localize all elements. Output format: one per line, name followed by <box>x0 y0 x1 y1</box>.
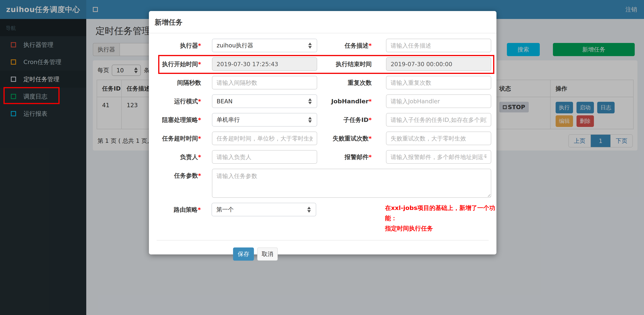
task-desc-label: 任务描述* <box>328 39 372 52</box>
route-strategy-value: 第一个 <box>216 206 234 214</box>
start-time-input[interactable] <box>212 57 317 71</box>
form-row-owner-email: 负责人* 报警邮件* <box>157 150 496 164</box>
feature-note-line2: 指定时间执行任务 <box>385 223 496 233</box>
form-row-executor-desc: 执行器* zuihou执行器 任务描述* <box>157 39 496 52</box>
required-star: * <box>198 172 201 179</box>
jobhandler-input[interactable] <box>386 94 491 108</box>
child-task-id-label: 子任务ID* <box>328 113 372 127</box>
form-row-timeout-retry: 任务超时时间* 失败重试次数* <box>157 132 496 145</box>
cancel-button[interactable]: 取消 <box>257 247 278 261</box>
block-strategy-select[interactable]: 单机串行 <box>212 113 317 127</box>
executor-select[interactable]: zuihou执行器 <box>212 39 317 52</box>
child-task-id-input[interactable] <box>386 113 491 127</box>
owner-label: 负责人* <box>157 150 201 164</box>
fail-retry-input[interactable] <box>386 132 491 145</box>
alarm-email-input[interactable] <box>386 150 491 164</box>
required-star: * <box>198 206 201 213</box>
select-arrows-icon <box>308 98 312 104</box>
form-row-runmode-handler: 运行模式* BEAN JobHandler* <box>157 94 496 108</box>
executor-label: 执行器* <box>157 39 201 52</box>
end-time-input[interactable] <box>386 57 491 71</box>
interval-label: 间隔秒数 <box>157 76 201 89</box>
feature-note-line1: 在xxl-jobs项目的基础上，新增了一个功能： <box>385 203 496 223</box>
executor-select-value: zuihou执行器 <box>216 42 253 50</box>
select-arrows-icon <box>308 43 312 49</box>
fail-retry-label: 失败重试次数* <box>328 132 372 145</box>
route-strategy-label: 路由策略* <box>157 203 201 216</box>
start-time-label: 执行开始时间* <box>157 57 201 71</box>
required-star: * <box>198 61 201 68</box>
required-star: * <box>198 98 201 105</box>
block-strategy-value: 单机串行 <box>216 116 240 124</box>
repeat-count-label: 重复次数 <box>328 76 372 89</box>
route-strategy-select[interactable]: 第一个 <box>212 203 316 216</box>
required-star: * <box>368 153 372 160</box>
modal-body: 执行器* zuihou执行器 任务描述* 执行开始时间* 执行结束时间 间隔秒数… <box>149 33 496 233</box>
timeout-input[interactable] <box>212 132 317 145</box>
feature-note-text: 在xxl-jobs项目的基础上，新增了一个功能： 指定时间执行任务 <box>385 203 496 233</box>
run-mode-value: BEAN <box>216 98 233 105</box>
required-star: * <box>198 153 201 160</box>
save-button[interactable]: 保存 <box>233 247 254 261</box>
owner-input[interactable] <box>212 150 317 164</box>
select-arrows-icon <box>307 207 311 213</box>
add-task-modal: 新增任务 执行器* zuihou执行器 任务描述* 执行开始时间* 执行结束时间… <box>149 11 496 254</box>
run-mode-label: 运行模式* <box>157 94 201 108</box>
required-star: * <box>198 116 201 123</box>
modal-footer: 保存 取消 <box>149 240 496 261</box>
required-star: * <box>368 42 372 49</box>
jobhandler-label: JobHandler* <box>328 94 372 108</box>
end-time-label: 执行结束时间 <box>328 57 372 71</box>
required-star: * <box>368 135 372 142</box>
interval-input[interactable] <box>212 76 317 89</box>
required-star: * <box>198 42 201 49</box>
alarm-email-label: 报警邮件* <box>328 150 372 164</box>
form-row-block-childid: 阻塞处理策略* 单机串行 子任务ID* <box>157 113 496 127</box>
task-params-textarea[interactable] <box>212 169 491 198</box>
modal-title: 新增任务 <box>155 18 182 26</box>
required-star: * <box>198 135 201 142</box>
required-star: * <box>368 98 372 105</box>
form-row-start-end-time: 执行开始时间* 执行结束时间 <box>157 57 496 71</box>
modal-header: 新增任务 <box>149 11 496 33</box>
block-strategy-label: 阻塞处理策略* <box>157 113 201 127</box>
form-row-route-strategy: 路由策略* 第一个 在xxl-jobs项目的基础上，新增了一个功能： 指定时间执… <box>157 203 496 233</box>
form-row-interval-repeat: 间隔秒数 重复次数 <box>157 76 496 89</box>
run-mode-select[interactable]: BEAN <box>212 94 317 108</box>
repeat-count-input[interactable] <box>386 76 491 89</box>
task-desc-input[interactable] <box>386 39 491 52</box>
task-params-label: 任务参数* <box>157 169 201 182</box>
required-star: * <box>368 116 372 123</box>
form-row-task-params: 任务参数* <box>157 169 496 198</box>
select-arrows-icon <box>308 117 312 123</box>
timeout-label: 任务超时时间* <box>157 132 201 145</box>
